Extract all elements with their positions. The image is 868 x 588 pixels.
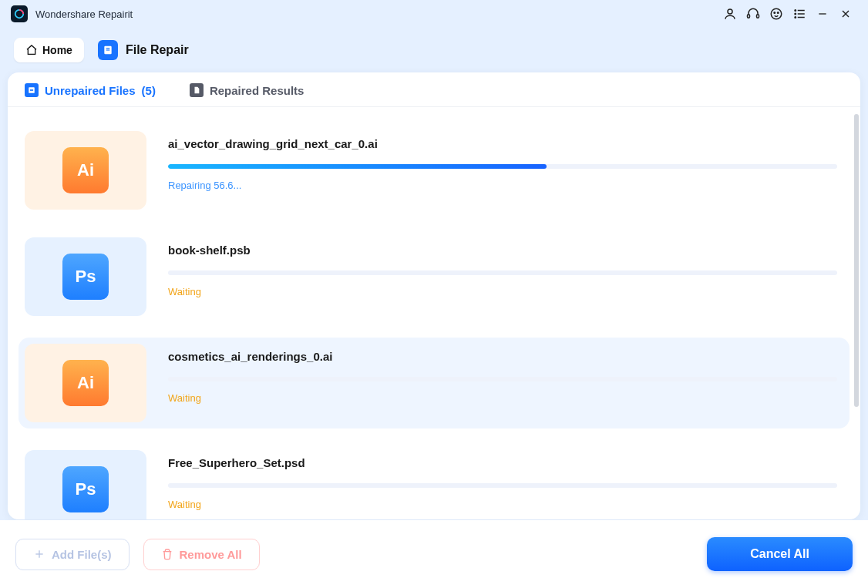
footer: Add File(s) Remove All Cancel All [0, 520, 868, 588]
remove-all-button[interactable]: Remove All [143, 539, 260, 570]
home-label: Home [42, 44, 72, 56]
svg-rect-17 [106, 48, 110, 49]
tab-repaired[interactable]: Repaired Results [190, 83, 304, 106]
svg-point-4 [771, 8, 782, 19]
file-name: book-shelf.psb [168, 244, 837, 257]
minimize-icon[interactable] [811, 2, 834, 25]
module-header: File Repair [98, 40, 189, 60]
svg-point-9 [795, 13, 796, 15]
tab-repaired-icon [190, 83, 204, 97]
file-status: Waiting [168, 286, 837, 297]
app-logo-icon [11, 5, 28, 22]
home-button[interactable]: Home [14, 38, 84, 62]
plus-icon [33, 548, 45, 560]
svg-point-1 [728, 9, 732, 14]
tab-unrepaired-count: (5) [142, 84, 156, 97]
file-body: cosmetics_ai_renderings_0.aiWaiting [168, 344, 842, 422]
svg-rect-3 [757, 15, 759, 18]
app-name: Wondershare Repairit [35, 8, 133, 20]
tab-unrepaired[interactable]: Unrepaired Files (5) [25, 83, 156, 106]
menu-icon[interactable] [788, 2, 811, 25]
progress-bar [168, 270, 837, 275]
file-row[interactable]: PsFree_Superhero_Set.psdWaiting [19, 444, 849, 519]
progress-bar [168, 164, 837, 169]
add-files-button[interactable]: Add File(s) [15, 539, 130, 570]
feedback-icon[interactable] [765, 2, 788, 25]
progress-bar [168, 377, 837, 381]
progress-fill [168, 164, 547, 169]
scrollbar[interactable] [854, 114, 859, 407]
svg-rect-2 [748, 15, 750, 18]
svg-point-5 [774, 12, 775, 14]
ai-badge-icon: Ai [62, 147, 109, 193]
file-body: Free_Superhero_Set.psdWaiting [168, 450, 842, 519]
file-status: Repairing 56.6... [168, 180, 837, 191]
file-name: Free_Superhero_Set.psd [168, 456, 837, 469]
titlebar: Wondershare Repairit [0, 0, 868, 28]
nav-row: Home File Repair [0, 28, 868, 72]
ai-badge-icon: Ai [62, 360, 109, 406]
tab-unrepaired-label: Unrepaired Files [45, 84, 136, 97]
ps-badge-icon: Ps [62, 466, 109, 512]
module-title: File Repair [126, 43, 189, 57]
ps-badge-icon: Ps [62, 254, 109, 300]
svg-rect-18 [106, 49, 110, 50]
file-row[interactable]: Aiai_vector_drawing_grid_next_car_0.aiRe… [19, 125, 849, 216]
svg-point-6 [778, 12, 779, 14]
file-name: cosmetics_ai_renderings_0.ai [168, 350, 837, 363]
file-thumb: Ps [25, 450, 146, 519]
main-card: Unrepaired Files (5) Repaired Results Ai… [8, 72, 860, 519]
file-row[interactable]: Aicosmetics_ai_renderings_0.aiWaiting [19, 338, 849, 428]
file-body: ai_vector_drawing_grid_next_car_0.aiRepa… [168, 131, 842, 210]
file-status: Waiting [168, 499, 837, 510]
file-list[interactable]: Aiai_vector_drawing_grid_next_car_0.aiRe… [8, 114, 860, 519]
cancel-all-button[interactable]: Cancel All [707, 537, 853, 571]
cancel-all-label: Cancel All [750, 547, 809, 561]
tab-unrepaired-icon [25, 83, 39, 97]
close-icon[interactable] [834, 2, 857, 25]
svg-rect-20 [30, 89, 33, 91]
file-repair-icon [98, 40, 118, 60]
file-body: book-shelf.psbWaiting [168, 237, 842, 316]
svg-point-11 [795, 17, 796, 18]
tab-repaired-label: Repaired Results [210, 84, 304, 97]
trash-icon [161, 548, 173, 560]
file-name: ai_vector_drawing_grid_next_car_0.ai [168, 137, 837, 150]
file-status: Waiting [168, 392, 837, 404]
tabs: Unrepaired Files (5) Repaired Results [8, 72, 860, 107]
svg-point-7 [795, 10, 796, 12]
file-row[interactable]: Psbook-shelf.psbWaiting [19, 231, 849, 322]
progress-bar [168, 483, 837, 488]
file-thumb: Ai [25, 131, 146, 210]
home-icon [25, 44, 38, 56]
account-icon[interactable] [718, 2, 742, 25]
remove-all-label: Remove All [180, 548, 242, 561]
file-thumb: Ps [25, 237, 146, 316]
file-thumb: Ai [25, 344, 146, 422]
add-files-label: Add File(s) [52, 548, 112, 561]
support-icon[interactable] [742, 2, 765, 25]
